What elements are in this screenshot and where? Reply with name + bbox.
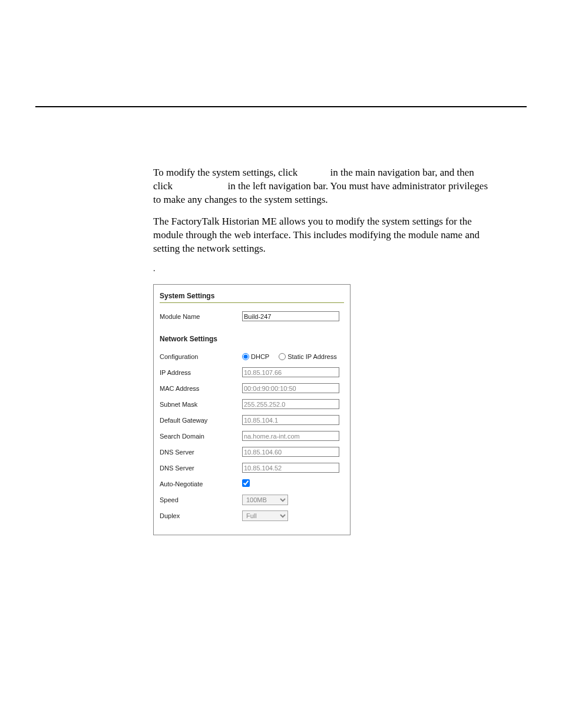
section-underline <box>160 302 344 303</box>
horizontal-divider <box>35 106 527 107</box>
dns-server-1-input <box>242 447 339 457</box>
mac-address-input <box>242 383 339 393</box>
dns-server-1-label: DNS Server <box>160 449 242 456</box>
radio-dhcp-text: DHCP <box>251 353 269 360</box>
subnet-mask-label: Subnet Mask <box>160 401 242 408</box>
default-gateway-row: Default Gateway <box>160 415 344 426</box>
radio-dhcp-label[interactable]: DHCP <box>242 353 269 360</box>
para1-text: To modify the system settings, click <box>153 167 300 178</box>
dns-server-2-row: DNS Server <box>160 463 344 473</box>
duplex-select: Full <box>242 510 288 521</box>
search-domain-input <box>242 431 339 441</box>
mac-address-row: MAC Address <box>160 383 344 394</box>
auto-negotiate-checkbox[interactable] <box>242 479 250 487</box>
auto-negotiate-label: Auto-Negotiate <box>160 480 242 487</box>
radio-static-label[interactable]: Static IP Address <box>279 353 337 360</box>
para1-link-configure <box>300 167 328 178</box>
ip-address-input <box>242 367 339 377</box>
duplex-row: Duplex Full <box>160 510 344 521</box>
module-name-label: Module Name <box>160 313 242 320</box>
speed-row: Speed 100MB <box>160 495 344 505</box>
module-name-input[interactable] <box>242 311 339 321</box>
configuration-row: Configuration DHCP Static IP Address <box>160 351 344 362</box>
search-domain-label: Search Domain <box>160 433 242 440</box>
ip-address-label: IP Address <box>160 369 242 376</box>
duplex-label: Duplex <box>160 512 242 519</box>
mac-address-label: MAC Address <box>160 385 242 392</box>
network-settings-heading: Network Settings <box>160 335 344 343</box>
module-name-row: Module Name <box>160 311 344 322</box>
default-gateway-input <box>242 415 339 425</box>
dns-server-2-input <box>242 463 339 473</box>
ip-address-row: IP Address <box>160 367 344 378</box>
dot: . <box>153 264 489 274</box>
speed-label: Speed <box>160 496 242 503</box>
radio-static-ip[interactable] <box>279 353 286 360</box>
system-settings-panel: System Settings Module Name Network Sett… <box>153 284 351 535</box>
system-settings-heading: System Settings <box>160 292 344 302</box>
intro-paragraph-1: To modify the system settings, click in … <box>153 166 489 207</box>
para1-link-system-settings <box>175 180 225 192</box>
dns-server-1-row: DNS Server <box>160 447 344 457</box>
radio-dhcp[interactable] <box>242 353 249 360</box>
search-domain-row: Search Domain <box>160 431 344 442</box>
intro-paragraph-2: The FactoryTalk Historian ME allows you … <box>153 215 489 256</box>
subnet-mask-input <box>242 399 339 409</box>
default-gateway-label: Default Gateway <box>160 417 242 424</box>
radio-static-text: Static IP Address <box>287 353 337 360</box>
subnet-mask-row: Subnet Mask <box>160 399 344 410</box>
speed-select: 100MB <box>242 495 288 505</box>
document-body: To modify the system settings, click in … <box>153 166 489 535</box>
configuration-label: Configuration <box>160 353 242 360</box>
auto-negotiate-row: Auto-Negotiate <box>160 479 344 489</box>
dns-server-2-label: DNS Server <box>160 465 242 472</box>
